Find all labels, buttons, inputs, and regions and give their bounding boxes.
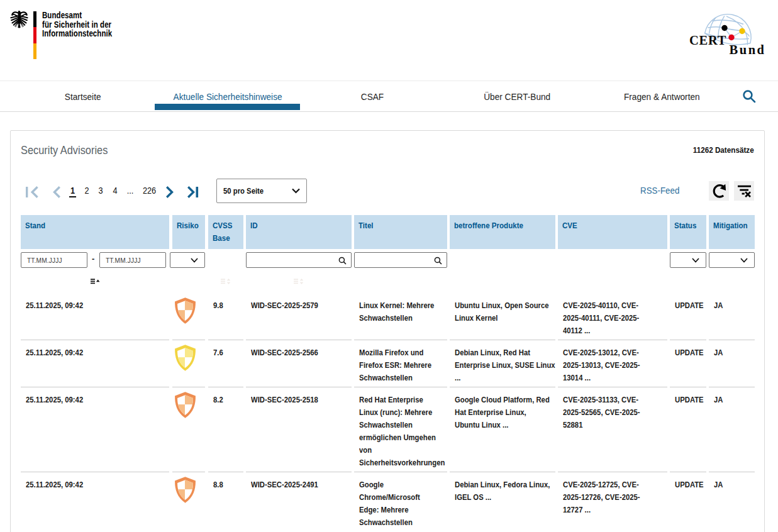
svg-text:CERT: CERT [689,33,726,47]
svg-text:Bund: Bund [730,43,765,57]
